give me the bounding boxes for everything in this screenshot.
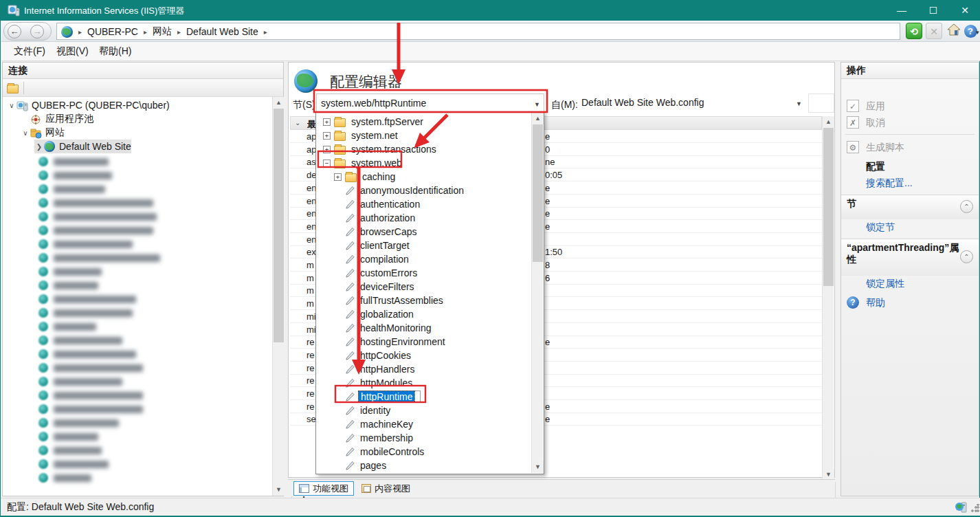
action-link-锁定节[interactable]: 锁定节 bbox=[841, 219, 979, 235]
blurred-site-item[interactable] bbox=[38, 265, 102, 278]
inline-edit-field[interactable]: httpRuntime bbox=[358, 390, 421, 403]
address-bar[interactable]: ▸ QUBER-PC ▸ 网站 ▸ Default Web Site ▸ bbox=[56, 23, 900, 40]
sidebar-item--[interactable]: ∨网站 bbox=[21, 126, 65, 140]
section-tree-item-mobilecontrols[interactable]: mobileControls bbox=[316, 445, 532, 459]
section-tree-item-customerrors[interactable]: customErrors bbox=[316, 266, 532, 280]
section-tree-item-authentication[interactable]: authentication bbox=[316, 197, 532, 211]
breadcrumb-current-site[interactable]: Default Web Site bbox=[186, 26, 258, 37]
section-tree-item-globalization[interactable]: globalization bbox=[316, 307, 532, 321]
section-tree-item-system.web[interactable]: −system.web bbox=[316, 156, 532, 170]
section-tree-item-pages[interactable]: pages bbox=[316, 459, 532, 472]
blurred-site-item[interactable] bbox=[38, 320, 96, 333]
blurred-site-item[interactable] bbox=[38, 333, 122, 347]
tree-expand-chevron[interactable]: ❯ bbox=[34, 143, 44, 151]
sidebar-item--[interactable]: 应用程序池 bbox=[21, 112, 93, 126]
section-tree-item-compilation[interactable]: compilation bbox=[316, 252, 532, 266]
section-tree-item-system.ftpserver[interactable]: +system.ftpServer bbox=[316, 115, 532, 129]
blurred-site-item[interactable] bbox=[38, 306, 133, 320]
tree-expand-box[interactable]: + bbox=[323, 118, 331, 126]
tree-expand-chevron[interactable]: ∨ bbox=[21, 129, 30, 137]
tree-expand-box[interactable]: + bbox=[323, 132, 331, 140]
section-tree-item-devicefilters[interactable]: deviceFilters bbox=[316, 280, 532, 294]
home-button[interactable] bbox=[946, 23, 962, 39]
dropdown-scrollbar[interactable]: ▲ ▼ bbox=[531, 113, 543, 473]
back-button[interactable]: ← bbox=[8, 25, 21, 38]
section-combo[interactable]: system.web/httpRuntime ▼ bbox=[316, 94, 544, 113]
section-tree-item-system.transactions[interactable]: +system.transactions bbox=[316, 142, 532, 156]
action-script[interactable]: ⚙生成脚本 bbox=[841, 140, 979, 155]
save-connections-icon[interactable] bbox=[7, 85, 19, 94]
breadcrumb-server[interactable]: QUBER-PC bbox=[87, 26, 138, 37]
maximize-button[interactable]: ☐ bbox=[917, 0, 949, 21]
tab-content-view[interactable]: 内容视图 bbox=[357, 481, 415, 496]
tree-expand-chevron[interactable]: ∨ bbox=[7, 102, 16, 109]
sidebar-item-quber-pc-quber-pc-quber-[interactable]: ∨QUBER-PC (QUBER-PC\quber) bbox=[7, 98, 170, 112]
from-combo[interactable]: Default Web Site Web.config ▼ bbox=[577, 94, 805, 113]
action-cancel[interactable]: ✗取消 bbox=[841, 115, 979, 131]
action-link-搜索配置...[interactable]: 搜索配置... bbox=[841, 175, 979, 191]
tree-collapse-box[interactable]: − bbox=[323, 160, 331, 167]
section-tree-item-authorization[interactable]: authorization bbox=[316, 211, 532, 225]
section-tree-item-healthmonitoring[interactable]: healthMonitoring bbox=[316, 321, 532, 335]
menu-help[interactable]: 帮助(H) bbox=[99, 45, 131, 58]
section-tree-item-httpruntime[interactable]: httpRuntime bbox=[316, 390, 532, 404]
blurred-site-item[interactable] bbox=[38, 182, 105, 196]
blurred-site-item[interactable] bbox=[38, 196, 153, 210]
action-配置[interactable]: 配置 bbox=[841, 159, 979, 175]
blurred-site-item[interactable] bbox=[38, 388, 143, 402]
grid-scrollbar[interactable]: ▲ ▼ bbox=[822, 116, 834, 481]
chevron-down-icon[interactable]: ▼ bbox=[534, 101, 540, 108]
section-tree-item-identity[interactable]: identity bbox=[316, 404, 532, 417]
blurred-site-item[interactable] bbox=[38, 457, 109, 471]
blurred-site-item[interactable] bbox=[38, 347, 136, 361]
section-tree-item-fulltrustassemblies[interactable]: fullTrustAssemblies bbox=[316, 294, 532, 307]
action-link-锁定属性[interactable]: 锁定属性 bbox=[841, 276, 979, 292]
blurred-site-item[interactable] bbox=[38, 155, 109, 168]
blurred-site-item[interactable] bbox=[38, 168, 112, 182]
section-tree-item-caching[interactable]: +caching bbox=[316, 170, 532, 184]
section-tree-item-httpcookies[interactable]: httpCookies bbox=[316, 349, 532, 362]
section-tree-item-machinekey[interactable]: machineKey bbox=[316, 417, 532, 431]
chevron-down-icon[interactable]: ⌄ bbox=[295, 119, 300, 126]
collapse-chevron-icon[interactable]: ⌃ bbox=[960, 200, 973, 213]
section-tree-item-clienttarget[interactable]: clientTarget bbox=[316, 239, 532, 252]
sidebar-item-default-web-site[interactable]: ❯Default Web Site bbox=[34, 140, 131, 153]
connections-scrollbar[interactable]: ▲ ▼ bbox=[272, 97, 284, 496]
resize-grip[interactable] bbox=[971, 504, 979, 512]
tree-expand-box[interactable]: + bbox=[323, 146, 331, 153]
section-tree-item-httpmodules[interactable]: httpModules bbox=[316, 376, 532, 390]
blurred-site-item[interactable] bbox=[38, 278, 98, 292]
section-tree-item-system.net[interactable]: +system.net bbox=[316, 129, 532, 142]
blurred-site-item[interactable] bbox=[38, 251, 160, 265]
action-link-help[interactable]: ?帮助 bbox=[841, 295, 979, 311]
section-tree-item-membership[interactable]: membership bbox=[316, 431, 532, 445]
forward-button[interactable]: → bbox=[30, 25, 44, 38]
blurred-site-item[interactable] bbox=[38, 402, 143, 416]
blurred-site-item[interactable] bbox=[38, 210, 157, 223]
menu-file[interactable]: 文件(F) bbox=[14, 45, 45, 58]
section-tree-item-httphandlers[interactable]: httpHandlers bbox=[316, 362, 532, 376]
tree-expand-box[interactable]: + bbox=[334, 173, 342, 181]
tab-features-view[interactable]: 功能视图 bbox=[293, 481, 354, 496]
section-tree-item-browsercaps[interactable]: browserCaps bbox=[316, 225, 532, 239]
blurred-site-item[interactable] bbox=[38, 443, 102, 457]
blurred-site-item[interactable] bbox=[38, 430, 98, 443]
section-tree-item-anonymousidentification[interactable]: anonymousIdentification bbox=[316, 184, 532, 197]
collapse-chevron-icon[interactable]: ⌃ bbox=[960, 250, 973, 263]
blurred-site-item[interactable] bbox=[38, 223, 153, 237]
blurred-site-item[interactable] bbox=[38, 292, 136, 306]
stop-button[interactable]: ✕ bbox=[926, 23, 942, 39]
chevron-down-icon[interactable]: ▼ bbox=[796, 100, 802, 107]
blurred-site-item[interactable] bbox=[38, 237, 133, 251]
minimize-button[interactable]: — bbox=[886, 0, 917, 21]
blurred-site-item[interactable] bbox=[38, 361, 143, 375]
refresh-button[interactable]: ⟲ bbox=[906, 23, 922, 39]
section-tree-item-hostingenvironment[interactable]: hostingEnvironment bbox=[316, 335, 532, 349]
help-dropdown-caret[interactable]: ▾ bbox=[976, 29, 979, 36]
close-button[interactable]: ✕ bbox=[949, 0, 980, 21]
blurred-site-item[interactable] bbox=[38, 416, 119, 430]
menu-view[interactable]: 视图(V) bbox=[56, 45, 89, 58]
action-apply[interactable]: ✓应用 bbox=[841, 98, 979, 114]
blurred-site-item[interactable] bbox=[38, 375, 122, 388]
breadcrumb-sites[interactable]: 网站 bbox=[153, 25, 172, 38]
